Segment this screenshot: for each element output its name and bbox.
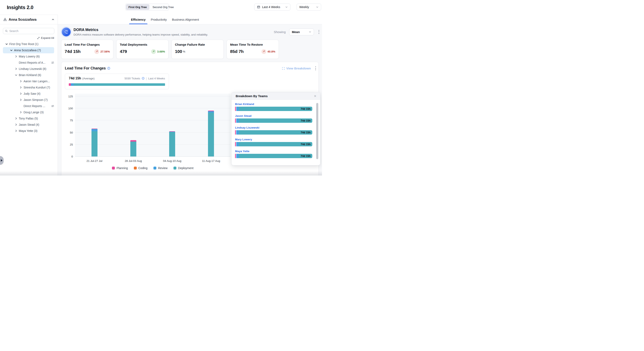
tree-item-maya-yette-3[interactable]: Maya Yette (3) (3, 128, 54, 134)
chevron-right-icon[interactable] (15, 55, 18, 58)
bar-column-04-aug-10-aug (153, 96, 192, 156)
delta-badge: ↗ 3.68% (151, 49, 165, 54)
bar-28-jul-03-aug[interactable] (130, 140, 136, 156)
dora-kebab-menu-icon[interactable] (318, 29, 320, 35)
tree-item-first-org-tree-root-1[interactable]: First Org Tree Root (1) (3, 41, 54, 47)
chevron-right-icon[interactable] (20, 92, 22, 95)
team-stacked-bar[interactable]: 74d 15h (235, 142, 312, 146)
chevron-down-icon[interactable] (15, 74, 18, 77)
bar-04-aug-10-aug[interactable] (169, 131, 175, 156)
sliders-icon[interactable] (51, 61, 54, 64)
chevron-right-icon[interactable] (20, 80, 22, 83)
expand-all-button[interactable]: Expand All (4, 36, 54, 40)
average-stacked-bar (69, 83, 165, 86)
tab-business-alignment[interactable]: Business Alignment (172, 15, 199, 24)
tree-item-tony-pallas-5[interactable]: Tony Pallas (5) (3, 115, 54, 122)
tree-item-jason-simpson-7[interactable]: Jason Simpson (7) (3, 97, 54, 103)
bar-21-jul-27-jul[interactable] (92, 129, 98, 156)
team-stacked-bar[interactable]: 74d 15h (235, 118, 312, 123)
sidebar-header[interactable]: Anna Scozzafava (0, 15, 58, 24)
view-breakdown-button[interactable]: View Breakdown (282, 67, 311, 70)
scrollbar-thumb[interactable] (316, 103, 318, 159)
tree-item-label: Aaron Van Langen... (24, 80, 50, 83)
expand-corners-icon (282, 67, 285, 70)
delta-badge: ↗ 27.56% (94, 49, 110, 54)
deployment-segment: 74d 15h (239, 107, 312, 111)
tab-efficiency[interactable]: Efficiency (131, 15, 146, 24)
chevron-up-icon[interactable] (52, 18, 54, 21)
info-icon[interactable] (107, 67, 110, 70)
section-kebab-menu-icon[interactable] (314, 66, 317, 71)
legend-label: Deployment (178, 166, 194, 170)
trend-up-icon: ↗ (151, 49, 156, 54)
org-sidebar: Anna Scozzafava Expand All First Org Tre… (0, 15, 58, 176)
x-tick-label: 11 Aug-17 Aug (192, 159, 230, 162)
y-tick-label: 100 (68, 107, 73, 110)
main-tabs: Efficiency Productivity Business Alignme… (58, 15, 322, 24)
team-link[interactable]: Lindsay Liszewski (235, 126, 312, 129)
chevron-right-icon[interactable] (15, 123, 18, 126)
bar-11-aug-17-aug[interactable] (208, 111, 214, 156)
active-tab-underline (129, 24, 148, 24)
card-change-failure-rate[interactable]: Change Failure Rate 100 % (172, 40, 224, 59)
chevron-right-icon[interactable] (15, 129, 18, 132)
panel-title: Breakdown By Teams (236, 94, 268, 98)
panel-scrollbar[interactable] (316, 103, 318, 162)
team-link[interactable]: Jason Stead (235, 114, 312, 117)
team-link[interactable]: Mary Lowery (235, 138, 312, 141)
aggregation-value: Mean (292, 30, 300, 34)
card-total-deployments[interactable]: Total Deployments 479 ↗ 3.68% (116, 40, 168, 59)
tree-item-direct-reports[interactable]: Direct Reports ... (3, 103, 54, 109)
sliders-icon[interactable] (51, 105, 54, 108)
team-link[interactable]: Brian Kirkland (235, 103, 312, 106)
tree-item-label: Jason Stead (4) (19, 123, 39, 126)
team-row-brian-kirkland: Brian Kirkland74d 15h (235, 103, 312, 111)
tree-item-sireesha-kunduri-7[interactable]: Sireesha Kunduri (7) (3, 84, 54, 91)
average-meta: 5030 Tickets | Last 4 Weeks (124, 77, 165, 80)
chevron-right-icon[interactable] (15, 117, 18, 120)
chevron-right-icon[interactable] (20, 111, 22, 114)
tree-item-judy-saw-4[interactable]: Judy Saw (4) (3, 91, 54, 97)
chevron-right-icon[interactable] (20, 86, 22, 89)
tree-item-brian-kirkland-6[interactable]: Brian Kirkland (6) (3, 72, 54, 78)
dora-description: DORA metrics measure software delivery p… (74, 33, 208, 36)
tab-productivity[interactable]: Productivity (151, 15, 167, 24)
chevron-down-icon[interactable] (10, 49, 13, 52)
tree-item-direct-reports-of-a[interactable]: Direct Reports of A... (3, 60, 54, 66)
insights-app: Insights 2.0 First Org Tree Second Org T… (0, 0, 322, 176)
tree-item-label: Judy Saw (4) (24, 92, 40, 95)
chevron-right-icon[interactable] (20, 98, 22, 101)
team-row-mary-lowery: Mary Lowery74d 15h (235, 138, 312, 146)
team-link[interactable]: Maya Yette (235, 150, 312, 153)
tree-item-anna-scozzafava-7[interactable]: Anna Scozzafava (7) (3, 47, 54, 53)
deployment-segment: 74d 15h (239, 154, 312, 158)
card-mean-time-to-restore[interactable]: Mean Time To Restore 85d 7h ↗ 40.8% (226, 40, 279, 59)
close-icon[interactable]: ✕ (314, 95, 316, 98)
legend-item-planning[interactable]: Planning (112, 166, 128, 170)
team-stacked-bar[interactable]: 74d 15h (235, 107, 312, 111)
deployment-segment (208, 113, 214, 156)
legend-item-review[interactable]: Review (154, 166, 168, 170)
tree-item-lindsay-liszewski-8[interactable]: Lindsay Liszewski (8) (3, 66, 54, 72)
search-input[interactable] (9, 29, 52, 33)
y-tick-label: 50 (70, 131, 73, 134)
chart-legend: PlanningCodingReviewDeployment (75, 166, 230, 170)
info-icon[interactable] (142, 77, 144, 80)
deployment-segment (169, 132, 175, 156)
tree-item-label: First Org Tree Root (1) (9, 42, 38, 46)
legend-item-coding[interactable]: Coding (134, 166, 148, 170)
tree-item-doug-lange-3[interactable]: Doug Lange (3) (3, 109, 54, 115)
tree-item-aaron-van-langen[interactable]: Aaron Van Langen... (3, 78, 54, 84)
chevron-right-icon[interactable] (15, 67, 18, 70)
tree-item-jason-stead-4[interactable]: Jason Stead (4) (3, 122, 54, 128)
tree-item-mary-lowery-6[interactable]: Mary Lowery (6) (3, 53, 54, 60)
triangle-right-icon (1, 159, 2, 162)
team-stacked-bar[interactable]: 74d 15h (235, 130, 312, 135)
card-lead-time-for-changes[interactable]: Lead Time For Changes 74d 15h ↗ 27.56% (61, 40, 114, 59)
team-stacked-bar[interactable]: 74d 15h (235, 154, 312, 158)
page-title: Insights 2.0 (7, 5, 33, 10)
average-period: Last 4 Weeks (148, 77, 165, 80)
chevron-down-icon[interactable] (5, 43, 8, 46)
legend-item-deployment[interactable]: Deployment (174, 166, 194, 170)
aggregation-select[interactable]: Mean (289, 29, 314, 35)
